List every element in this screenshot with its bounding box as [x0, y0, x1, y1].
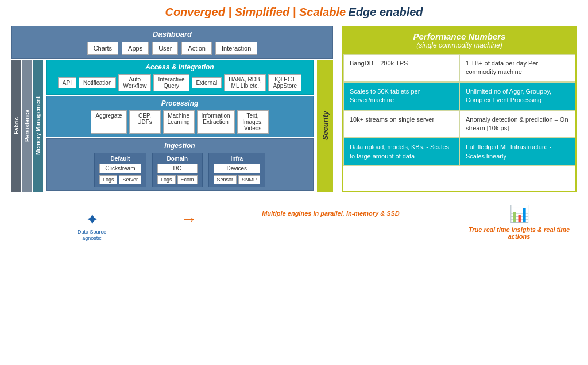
perf-cell: Unlimited no of Aggr, Groupby, Complex E… [459, 82, 575, 110]
processing-item: Information Extraction [197, 110, 235, 134]
ingestion-title: Ingestion [50, 142, 310, 150]
memory-label: Memory Management [33, 60, 43, 192]
performance-box: Performance Numbers (single commodity ma… [342, 26, 577, 192]
bottom-middle: Multiple engines in parallel, in-memory … [206, 204, 456, 217]
arrow-right: → [178, 210, 200, 228]
dashboard-item: Charts [87, 42, 118, 55]
access-box: Access & Integration APINotificationAuto… [46, 60, 314, 95]
ingestion-sub-item: Logs [157, 175, 176, 184]
data-source-icon: ✦ [86, 211, 99, 228]
dashboard-item: User [152, 42, 178, 55]
access-item: Notification [79, 77, 116, 88]
perf-grid: BangDB – 200k TPS1 TB+ of data per day P… [343, 54, 575, 166]
data-source-item: ✦ Data Sourceagnostic [11, 210, 172, 242]
processing-title: Processing [50, 99, 310, 107]
perf-cell: Full fledged ML Infrastructure - Scales … [459, 138, 575, 166]
perf-cell: Anomaly detection & prediction – On stre… [459, 110, 575, 138]
title-edge: Edge enabled [349, 6, 423, 18]
bottom-section: ✦ Data Sourceagnostic → Multiple engines… [11, 199, 577, 244]
dashboard-item: Action [181, 42, 212, 55]
perf-cell: Scales to 50K tablets per Server/machine [343, 82, 459, 110]
security-label: Security [321, 111, 330, 140]
data-source-label: Data Sourceagnostic [11, 229, 172, 242]
dashboard-box: Dashboard ChartsAppsUserActionInteractio… [11, 26, 333, 59]
processing-item: Aggregate [91, 110, 126, 134]
persistence-label: Persistence [22, 60, 32, 192]
fabric-label: Fabric [11, 60, 21, 192]
access-item: IQLECT AppStore [268, 74, 301, 91]
ingestion-sub-item: SNMP [238, 175, 260, 184]
ingestion-sub-item: Server [119, 175, 141, 184]
bottom-left: ✦ Data Sourceagnostic [11, 204, 172, 242]
access-item: API [58, 77, 76, 88]
middle-note: Multiple engines in parallel, in-memory … [206, 210, 456, 217]
ingestion-groups: DefaultClickstreamLogsServerDomainDCLogs… [50, 153, 310, 187]
ingestion-sub-title: Clickstream [99, 164, 141, 173]
vert-labels: Fabric Persistence Memory Management [11, 60, 43, 192]
dashboard-items: ChartsAppsUserActionInteraction [17, 42, 328, 55]
perf-cell: BangDB – 200k TPS [343, 54, 459, 82]
performance-title-text: Performance Numbers [348, 32, 571, 41]
access-item: Auto Workflow [118, 74, 151, 91]
main-container: Converged | Simplified | Scalable Edge e… [0, 0, 588, 250]
right-icon: 📊 [462, 204, 577, 223]
right-note: True real time insights & real time acti… [462, 226, 577, 240]
arch-diagram: Dashboard ChartsAppsUserActionInteractio… [11, 26, 333, 192]
security-bar: Security [317, 60, 333, 192]
ingestion-box: Ingestion DefaultClickstreamLogsServerDo… [46, 138, 314, 191]
performance-title-sub: (single commodity machine) [348, 41, 571, 49]
ingestion-sub-title: Devices [214, 164, 261, 173]
access-item: Interactive Query [153, 74, 189, 91]
ingestion-sub-item: Sensor [214, 175, 237, 184]
title-converged: Converged | Simplified | Scalable [165, 6, 346, 18]
top-section: Dashboard ChartsAppsUserActionInteractio… [11, 26, 577, 192]
processing-item: Text, Images, Videos [237, 110, 269, 134]
title-row: Converged | Simplified | Scalable Edge e… [11, 6, 577, 19]
performance-title-box: Performance Numbers (single commodity ma… [343, 27, 575, 54]
access-item: HANA, RDB, ML Lib etc. [224, 74, 266, 91]
processing-box: Processing AggregateCEP, UDFsMachine Lea… [46, 96, 314, 137]
ingestion-sub-items: LogsServer [99, 175, 141, 184]
access-title: Access & Integration [50, 63, 310, 71]
perf-cell: 10k+ streams on single server [343, 110, 459, 138]
ingestion-group: DomainDCLogsEcom [152, 153, 203, 187]
dashboard-item: Apps [122, 42, 149, 55]
access-items: APINotificationAuto WorkflowInteractive … [50, 74, 310, 91]
dashboard-title: Dashboard [17, 30, 328, 38]
ingestion-group: DefaultClickstreamLogsServer [94, 153, 146, 187]
perf-cell: Data upload, models, KBs. - Scales to la… [343, 138, 459, 166]
processing-item: Machine Learning [163, 110, 195, 134]
dashboard-item: Interaction [215, 42, 257, 55]
processing-item: CEP, UDFs [129, 110, 161, 134]
ingestion-sub-title: DC [157, 164, 198, 173]
ingestion-sub-item: Ecom [177, 175, 198, 184]
perf-cell: 1 TB+ of data per day Per commodity mach… [459, 54, 575, 82]
ingestion-sub-item: Logs [99, 175, 118, 184]
ingestion-group: InfraDevicesSensorSNMP [208, 153, 266, 187]
ingestion-sub-items: SensorSNMP [214, 175, 261, 184]
access-item: External [192, 77, 222, 88]
processing-items: AggregateCEP, UDFsMachine LearningInform… [50, 110, 310, 134]
ingestion-sub-items: LogsEcom [157, 175, 198, 184]
bottom-right: 📊 True real time insights & real time ac… [462, 204, 577, 240]
inner-arch: Access & Integration APINotificationAuto… [46, 60, 314, 192]
